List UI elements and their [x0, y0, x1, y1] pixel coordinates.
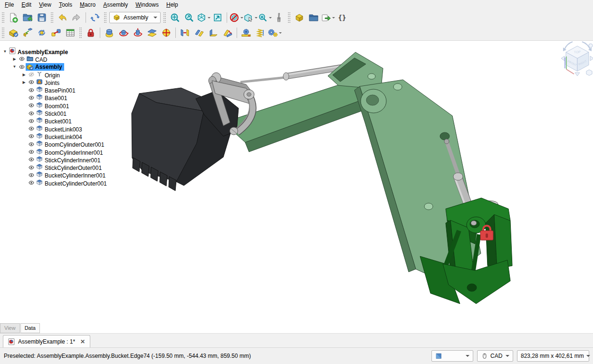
- new-document-button[interactable]: [6, 11, 20, 24]
- tree-item-origin[interactable]: ▶Origin: [0, 71, 116, 78]
- create-joint-button[interactable]: [49, 26, 63, 39]
- toggle-grounded-button[interactable]: [84, 26, 98, 39]
- visible-eye-icon[interactable]: [27, 133, 35, 139]
- visible-eye-icon[interactable]: [27, 141, 35, 147]
- distance-joint-button[interactable]: [178, 26, 192, 39]
- tree-item-cad[interactable]: ▶CAD: [0, 55, 116, 63]
- menu-edit[interactable]: Edit: [18, 0, 35, 9]
- visible-eye-icon[interactable]: [27, 180, 35, 186]
- rack-pinion-joint-button[interactable]: [239, 26, 253, 39]
- visible-eye-icon[interactable]: [27, 126, 35, 131]
- collapse-arrow-icon[interactable]: ▶: [11, 57, 18, 61]
- create-assembly-button[interactable]: [6, 26, 20, 39]
- parallel-joint-button[interactable]: [192, 26, 206, 39]
- tree-item-boomcylinderinner001[interactable]: BoomCylinderInner001: [0, 148, 116, 156]
- navigation-style-selector[interactable]: CAD: [477, 350, 513, 362]
- panel-tab-view[interactable]: View: [0, 323, 20, 333]
- tree-item-assembly[interactable]: ▼Assembly: [0, 63, 116, 71]
- joints-icon: [35, 78, 43, 85]
- revolute-joint-button[interactable]: [116, 26, 131, 39]
- visible-eye-icon[interactable]: [27, 172, 35, 178]
- visible-eye-icon[interactable]: [27, 111, 35, 116]
- visible-eye-icon[interactable]: [27, 87, 35, 93]
- visible-eye-icon[interactable]: [27, 79, 35, 85]
- sync-view-button[interactable]: [210, 11, 225, 24]
- visible-eye-icon[interactable]: [18, 64, 26, 70]
- solve-assembly-button[interactable]: [35, 26, 49, 39]
- zoom-fit-all-button[interactable]: [168, 11, 182, 24]
- panel-tab-data[interactable]: Data: [20, 323, 40, 333]
- tree-item-base001[interactable]: Base001: [0, 94, 116, 102]
- angle-joint-button[interactable]: [220, 26, 235, 39]
- collapse-arrow-icon[interactable]: ▶: [21, 73, 27, 77]
- link-actions-button[interactable]: [321, 11, 335, 24]
- tree-item-stick001[interactable]: Stick001: [0, 109, 116, 117]
- menu-assembly[interactable]: Assembly: [99, 0, 132, 9]
- save-document-button[interactable]: [35, 11, 49, 24]
- workbench-selector[interactable]: Assembly: [109, 12, 161, 23]
- part-icon: [35, 102, 43, 108]
- tree-item-boom001[interactable]: Boom001: [0, 102, 116, 109]
- screw-joint-button[interactable]: [253, 26, 268, 39]
- draw-style-selector[interactable]: [431, 350, 473, 362]
- isometric-view-button[interactable]: [196, 11, 210, 24]
- collapse-arrow-icon[interactable]: ▶: [21, 80, 27, 84]
- close-tab-icon[interactable]: ✕: [78, 338, 85, 345]
- planar-joint-button[interactable]: [145, 26, 159, 39]
- tree-item-boomcylinderouter001[interactable]: BoomCylinderOuter001: [0, 140, 116, 148]
- visible-eye-icon[interactable]: [27, 95, 35, 101]
- tree-item-bucketcylinderouter001[interactable]: BucketCylinderOuter001: [0, 179, 116, 187]
- menu-view[interactable]: View: [35, 0, 55, 9]
- refresh-button[interactable]: [88, 11, 102, 24]
- measure-button[interactable]: [272, 11, 286, 24]
- open-document-button[interactable]: [20, 11, 35, 24]
- redo-button[interactable]: [69, 11, 84, 24]
- box-selection-button[interactable]: [243, 11, 258, 24]
- gears-joint-button[interactable]: [268, 26, 282, 39]
- menu-windows[interactable]: Windows: [132, 0, 163, 9]
- expand-arrow-icon[interactable]: ▼: [11, 65, 18, 69]
- nav-cube-top-label[interactable]: TOP: [574, 50, 581, 54]
- expression-button[interactable]: {}: [335, 11, 349, 24]
- selection-filter-button[interactable]: [229, 11, 243, 24]
- visible-eye-icon[interactable]: [18, 56, 26, 62]
- tree-item-bucketlink004[interactable]: BucketLink004: [0, 132, 116, 140]
- bill-of-materials-button[interactable]: [63, 26, 77, 39]
- ground-lock-icon: [86, 28, 96, 38]
- tree-item-bucketcylinderinner001[interactable]: BucketCylinderInner001: [0, 171, 116, 179]
- tree-item-joints[interactable]: ▶Joints: [0, 78, 116, 86]
- visible-eye-icon[interactable]: [27, 157, 35, 162]
- tree-item-stickcylinderinner001[interactable]: StickCylinderInner001: [0, 156, 116, 163]
- visible-eye-icon[interactable]: [27, 118, 35, 124]
- navigation-cube[interactable]: TOP FRONT RIGHT: [561, 42, 593, 76]
- selection-view-button[interactable]: [258, 11, 272, 24]
- undo-button[interactable]: [55, 11, 69, 24]
- toolbar-grip: [79, 28, 82, 38]
- menu-help[interactable]: Help: [163, 0, 182, 9]
- ball-joint-button[interactable]: [159, 26, 173, 39]
- tree-item-bucket001[interactable]: Bucket001: [0, 117, 116, 125]
- create-group-button[interactable]: [306, 11, 321, 24]
- tree-item-stickcylinderouter001[interactable]: StickCylinderOuter001: [0, 163, 116, 171]
- cylindrical-joint-button[interactable]: [131, 26, 145, 39]
- fixed-joint-button[interactable]: [102, 26, 116, 39]
- zoom-selection-button[interactable]: [182, 11, 196, 24]
- viewport-dimensions-selector[interactable]: 823,28 mm x 402,61 mm: [517, 350, 589, 362]
- tree-item-bucketlink003[interactable]: BucketLink003: [0, 125, 116, 132]
- expand-arrow-icon[interactable]: ▼: [2, 49, 8, 54]
- menu-macro[interactable]: Macro: [76, 0, 99, 9]
- tree-item-basepin001[interactable]: BasePin001: [0, 86, 116, 93]
- menu-tools[interactable]: Tools: [55, 0, 76, 9]
- perpendicular-joint-button[interactable]: [206, 26, 220, 39]
- joint-revolute-icon: [118, 28, 129, 38]
- visible-eye-icon[interactable]: [27, 149, 35, 155]
- create-part-button[interactable]: [292, 11, 306, 24]
- visible-eye-icon[interactable]: [27, 103, 35, 108]
- visible-eye-icon[interactable]: [27, 165, 35, 170]
- tree-item-assemblyexample[interactable]: ▼AssemblyExample: [0, 47, 116, 55]
- joint-rack-icon: [241, 28, 251, 38]
- menu-file[interactable]: File: [1, 0, 18, 9]
- hidden-eye-icon[interactable]: [27, 72, 35, 77]
- document-tab[interactable]: AssemblyExample : 1* ✕: [3, 335, 90, 347]
- insert-component-button[interactable]: [20, 26, 35, 39]
